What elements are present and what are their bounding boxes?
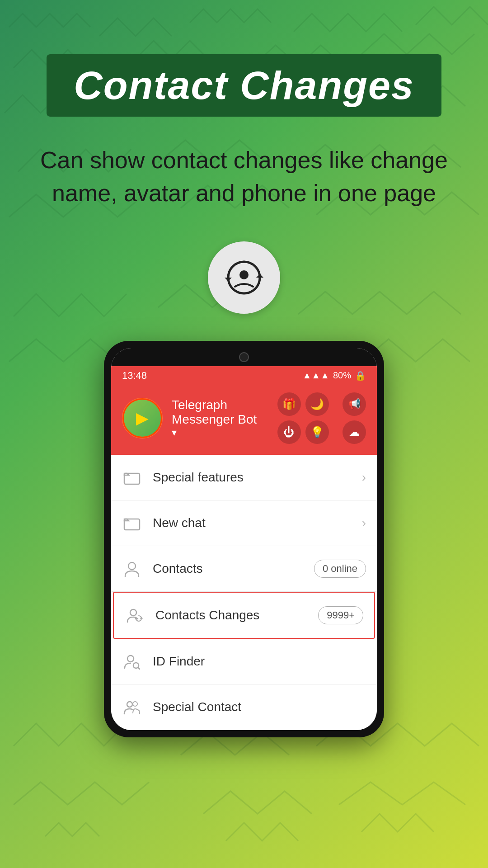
menu-item-new-chat[interactable]: New chat ›	[111, 500, 377, 546]
battery-level: 80%	[333, 370, 351, 381]
status-bar: 13:48 ▲▲▲ 80% 🔒	[111, 366, 377, 385]
badge-contacts: 0 online	[314, 560, 366, 578]
dropdown-arrow-icon[interactable]: ▾	[172, 427, 177, 438]
arrow-icon-new-chat: ›	[362, 516, 366, 530]
svg-marker-0	[256, 274, 263, 278]
menu-label-special-contact: Special Contact	[153, 700, 366, 714]
svg-point-5	[128, 562, 136, 570]
gift-button[interactable]: 🎁	[277, 392, 301, 416]
bulb-button[interactable]: 💡	[305, 420, 329, 444]
arrow-icon-special-features: ›	[362, 470, 366, 485]
header-icons: 🎁 🌙 ⏻ 💡	[277, 392, 329, 444]
menu-item-id-finder[interactable]: ID Finder	[111, 639, 377, 684]
badge-contacts-changes: 9999+	[318, 606, 363, 624]
folder-icon	[122, 467, 142, 487]
menu-item-special-features[interactable]: Special features ›	[111, 455, 377, 500]
menu-item-contacts-changes[interactable]: Contacts Changes 9999+	[113, 592, 375, 639]
person-sync-icon	[125, 605, 145, 625]
app-header: ▶ Telegraph Messenger Bot ▾ 🎁 🌙 ⏻ 💡 📢 ☁	[111, 385, 377, 455]
menu-label-special-features: Special features	[153, 470, 351, 485]
subtitle-text: Can show contact changes like change nam…	[0, 144, 488, 210]
megaphone-button[interactable]: 📢	[343, 392, 366, 416]
page-title: Contact Changes	[74, 62, 414, 108]
app-logo-arrow-icon: ▶	[136, 409, 149, 428]
svg-marker-1	[225, 278, 232, 281]
power-button[interactable]: ⏻	[277, 420, 301, 444]
menu-label-contacts-changes: Contacts Changes	[155, 608, 307, 623]
svg-point-2	[239, 270, 249, 279]
person-group-icon	[122, 697, 142, 717]
person-icon	[122, 559, 142, 579]
signal-icon: ▲▲▲	[303, 370, 329, 381]
moon-button[interactable]: 🌙	[305, 392, 329, 416]
phone-mockup: 13:48 ▲▲▲ 80% 🔒 ▶ Telegraph Messenger Bo…	[104, 341, 384, 737]
status-time: 13:48	[122, 370, 147, 382]
battery-icon: 🔒	[355, 370, 366, 381]
menu-label-id-finder: ID Finder	[153, 654, 366, 669]
contact-sync-icon	[221, 255, 267, 300]
menu-item-special-contact[interactable]: Special Contact	[111, 684, 377, 730]
phone-top-bar	[111, 348, 377, 366]
svg-point-12	[127, 702, 132, 707]
app-name: Telegraph Messenger Bot	[172, 398, 268, 427]
title-banner: Contact Changes	[47, 54, 441, 117]
app-logo: ▶	[122, 398, 163, 439]
folder-icon-new-chat	[122, 513, 142, 533]
menu-item-contacts[interactable]: Contacts 0 online	[111, 546, 377, 592]
svg-line-11	[138, 667, 140, 669]
svg-point-9	[127, 656, 134, 662]
svg-point-13	[133, 702, 137, 706]
cloud-button[interactable]: ☁	[343, 420, 366, 444]
sync-icon-container	[208, 241, 280, 314]
menu-label-contacts: Contacts	[153, 561, 303, 576]
phone-camera	[239, 352, 249, 362]
menu-label-new-chat: New chat	[153, 516, 351, 530]
svg-point-6	[130, 609, 136, 616]
menu-list: Special features › New chat ›	[111, 455, 377, 730]
person-search-icon	[122, 651, 142, 671]
